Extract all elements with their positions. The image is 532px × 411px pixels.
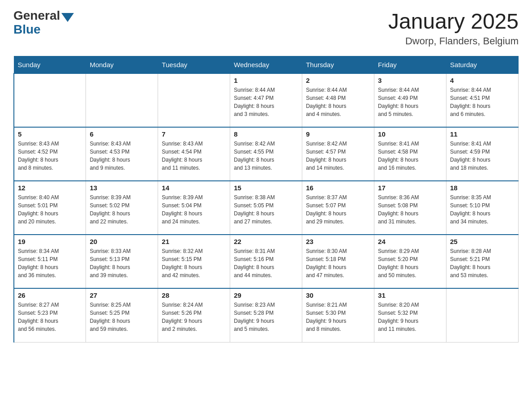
day-info: Sunrise: 8:23 AM Sunset: 5:28 PM Dayligh… xyxy=(234,301,298,333)
header-cell-monday: Monday xyxy=(86,56,158,74)
day-number: 25 xyxy=(450,238,515,245)
day-number: 27 xyxy=(90,291,154,299)
header-cell-sunday: Sunday xyxy=(14,56,86,74)
day-number: 31 xyxy=(378,291,442,299)
day-number: 23 xyxy=(306,238,370,245)
day-info: Sunrise: 8:32 AM Sunset: 5:15 PM Dayligh… xyxy=(162,247,226,279)
logo: General Blue xyxy=(13,9,74,37)
week-row-3: 12Sunrise: 8:40 AM Sunset: 5:01 PM Dayli… xyxy=(14,181,519,235)
day-number: 13 xyxy=(90,184,154,192)
day-cell: 8Sunrise: 8:42 AM Sunset: 4:55 PM Daylig… xyxy=(230,127,302,181)
day-number: 10 xyxy=(378,130,442,138)
day-number: 20 xyxy=(90,238,154,245)
day-cell: 31Sunrise: 8:20 AM Sunset: 5:32 PM Dayli… xyxy=(374,288,446,342)
day-info: Sunrise: 8:33 AM Sunset: 5:13 PM Dayligh… xyxy=(90,247,154,279)
day-number: 28 xyxy=(162,291,226,299)
day-cell: 17Sunrise: 8:36 AM Sunset: 5:08 PM Dayli… xyxy=(374,181,446,235)
day-info: Sunrise: 8:31 AM Sunset: 5:16 PM Dayligh… xyxy=(234,247,298,279)
day-info: Sunrise: 8:43 AM Sunset: 4:54 PM Dayligh… xyxy=(162,140,226,172)
day-cell xyxy=(14,73,86,127)
day-number: 7 xyxy=(162,130,226,138)
header-cell-tuesday: Tuesday xyxy=(158,56,230,74)
day-info: Sunrise: 8:35 AM Sunset: 5:10 PM Dayligh… xyxy=(450,193,515,226)
calendar-title: January 2025 xyxy=(388,9,519,34)
day-number: 14 xyxy=(162,184,226,192)
day-info: Sunrise: 8:28 AM Sunset: 5:21 PM Dayligh… xyxy=(450,247,515,279)
day-number: 19 xyxy=(18,238,82,245)
day-info: Sunrise: 8:41 AM Sunset: 4:59 PM Dayligh… xyxy=(450,140,515,172)
day-cell xyxy=(446,288,519,342)
logo-blue: Blue xyxy=(13,22,41,36)
logo-general: General xyxy=(13,9,60,23)
week-row-1: 1Sunrise: 8:44 AM Sunset: 4:47 PM Daylig… xyxy=(14,73,519,127)
day-cell: 19Sunrise: 8:34 AM Sunset: 5:11 PM Dayli… xyxy=(14,235,86,288)
day-number: 8 xyxy=(234,130,298,138)
day-cell: 28Sunrise: 8:24 AM Sunset: 5:26 PM Dayli… xyxy=(158,288,230,342)
day-info: Sunrise: 8:42 AM Sunset: 4:57 PM Dayligh… xyxy=(306,140,370,172)
day-cell: 13Sunrise: 8:39 AM Sunset: 5:02 PM Dayli… xyxy=(86,181,158,235)
day-cell: 23Sunrise: 8:30 AM Sunset: 5:18 PM Dayli… xyxy=(302,235,374,288)
day-info: Sunrise: 8:43 AM Sunset: 4:52 PM Dayligh… xyxy=(18,140,82,172)
week-row-5: 26Sunrise: 8:27 AM Sunset: 5:23 PM Dayli… xyxy=(14,288,519,342)
day-number: 1 xyxy=(234,77,298,84)
day-info: Sunrise: 8:41 AM Sunset: 4:58 PM Dayligh… xyxy=(378,140,442,172)
day-info: Sunrise: 8:39 AM Sunset: 5:02 PM Dayligh… xyxy=(90,193,154,226)
week-row-2: 5Sunrise: 8:43 AM Sunset: 4:52 PM Daylig… xyxy=(14,127,519,181)
day-cell: 27Sunrise: 8:25 AM Sunset: 5:25 PM Dayli… xyxy=(86,288,158,342)
week-row-4: 19Sunrise: 8:34 AM Sunset: 5:11 PM Dayli… xyxy=(14,235,519,288)
calendar-subtitle: Dworp, Flanders, Belgium xyxy=(388,35,519,47)
day-cell: 10Sunrise: 8:41 AM Sunset: 4:58 PM Dayli… xyxy=(374,127,446,181)
header-cell-thursday: Thursday xyxy=(302,56,374,74)
day-cell xyxy=(86,73,158,127)
day-number: 5 xyxy=(18,130,82,138)
day-number: 16 xyxy=(306,184,370,192)
day-cell: 22Sunrise: 8:31 AM Sunset: 5:16 PM Dayli… xyxy=(230,235,302,288)
day-info: Sunrise: 8:27 AM Sunset: 5:23 PM Dayligh… xyxy=(18,301,82,333)
calendar-table: SundayMondayTuesdayWednesdayThursdayFrid… xyxy=(13,56,519,342)
day-info: Sunrise: 8:34 AM Sunset: 5:11 PM Dayligh… xyxy=(18,247,82,279)
day-number: 18 xyxy=(450,184,515,192)
page-header: General Blue January 2025 Dworp, Flander… xyxy=(13,9,519,47)
header-cell-saturday: Saturday xyxy=(446,56,519,74)
day-cell: 4Sunrise: 8:44 AM Sunset: 4:51 PM Daylig… xyxy=(446,73,519,127)
logo-triangle-icon xyxy=(61,13,74,22)
day-info: Sunrise: 8:44 AM Sunset: 4:47 PM Dayligh… xyxy=(234,86,298,118)
day-info: Sunrise: 8:44 AM Sunset: 4:49 PM Dayligh… xyxy=(378,86,442,118)
day-number: 9 xyxy=(306,130,370,138)
day-number: 17 xyxy=(378,184,442,192)
header-cell-friday: Friday xyxy=(374,56,446,74)
day-cell: 20Sunrise: 8:33 AM Sunset: 5:13 PM Dayli… xyxy=(86,235,158,288)
day-cell: 16Sunrise: 8:37 AM Sunset: 5:07 PM Dayli… xyxy=(302,181,374,235)
day-info: Sunrise: 8:20 AM Sunset: 5:32 PM Dayligh… xyxy=(378,301,442,333)
day-number: 21 xyxy=(162,238,226,245)
day-number: 12 xyxy=(18,184,82,192)
day-number: 24 xyxy=(378,238,442,245)
day-cell: 11Sunrise: 8:41 AM Sunset: 4:59 PM Dayli… xyxy=(446,127,519,181)
title-block: January 2025 Dworp, Flanders, Belgium xyxy=(388,9,519,47)
day-info: Sunrise: 8:38 AM Sunset: 5:05 PM Dayligh… xyxy=(234,193,298,226)
day-info: Sunrise: 8:42 AM Sunset: 4:55 PM Dayligh… xyxy=(234,140,298,172)
day-cell: 5Sunrise: 8:43 AM Sunset: 4:52 PM Daylig… xyxy=(14,127,86,181)
day-info: Sunrise: 8:21 AM Sunset: 5:30 PM Dayligh… xyxy=(306,301,370,333)
day-cell xyxy=(158,73,230,127)
day-info: Sunrise: 8:29 AM Sunset: 5:20 PM Dayligh… xyxy=(378,247,442,279)
day-number: 26 xyxy=(18,291,82,299)
day-number: 22 xyxy=(234,238,298,245)
day-number: 3 xyxy=(378,77,442,84)
day-cell: 9Sunrise: 8:42 AM Sunset: 4:57 PM Daylig… xyxy=(302,127,374,181)
day-cell: 25Sunrise: 8:28 AM Sunset: 5:21 PM Dayli… xyxy=(446,235,519,288)
day-number: 6 xyxy=(90,130,154,138)
day-number: 4 xyxy=(450,77,515,84)
day-number: 11 xyxy=(450,130,515,138)
day-info: Sunrise: 8:24 AM Sunset: 5:26 PM Dayligh… xyxy=(162,301,226,333)
day-number: 2 xyxy=(306,77,370,84)
day-cell: 30Sunrise: 8:21 AM Sunset: 5:30 PM Dayli… xyxy=(302,288,374,342)
day-cell: 24Sunrise: 8:29 AM Sunset: 5:20 PM Dayli… xyxy=(374,235,446,288)
header-row: SundayMondayTuesdayWednesdayThursdayFrid… xyxy=(14,56,519,74)
day-info: Sunrise: 8:44 AM Sunset: 4:48 PM Dayligh… xyxy=(306,86,370,118)
day-cell: 29Sunrise: 8:23 AM Sunset: 5:28 PM Dayli… xyxy=(230,288,302,342)
day-cell: 6Sunrise: 8:43 AM Sunset: 4:53 PM Daylig… xyxy=(86,127,158,181)
day-cell: 21Sunrise: 8:32 AM Sunset: 5:15 PM Dayli… xyxy=(158,235,230,288)
day-info: Sunrise: 8:30 AM Sunset: 5:18 PM Dayligh… xyxy=(306,247,370,279)
day-number: 30 xyxy=(306,291,370,299)
